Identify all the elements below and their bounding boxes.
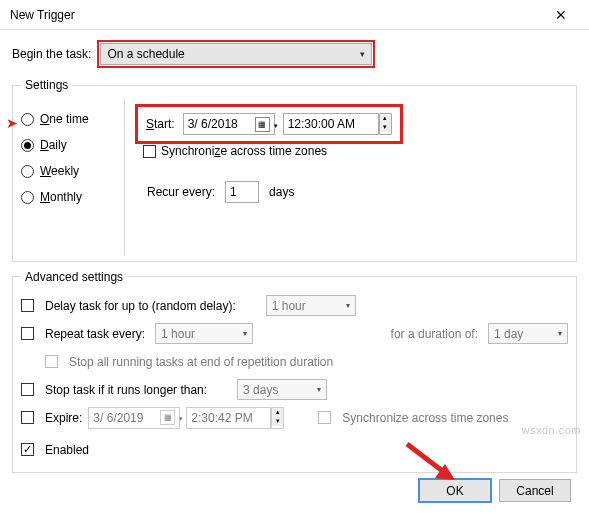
sync-timezone-checkbox[interactable] bbox=[143, 145, 156, 158]
start-time-field[interactable]: 12:30:00 AM bbox=[283, 113, 379, 135]
stop-all-checkbox[interactable] bbox=[45, 355, 58, 368]
repeat-select[interactable]: 1 hour▾ bbox=[155, 323, 253, 344]
radio-icon bbox=[21, 139, 34, 152]
radio-one-time[interactable]: One time bbox=[21, 106, 116, 132]
begin-task-label: Begin the task: bbox=[12, 47, 91, 61]
radio-icon bbox=[21, 191, 34, 204]
expire-label: Expire: bbox=[45, 411, 82, 425]
sync-timezone-label: Synchronize across time zones bbox=[161, 144, 327, 158]
calendar-icon: ▦ bbox=[255, 117, 270, 132]
chevron-down-icon: ▾ bbox=[317, 385, 321, 394]
window-title: New Trigger bbox=[10, 8, 541, 22]
settings-legend: Settings bbox=[21, 78, 72, 92]
ok-button[interactable]: OK bbox=[419, 479, 491, 502]
start-highlight: Start: 3/ 6/2018 ▦ 12:30:00 AM ▴▾ bbox=[135, 104, 403, 144]
recur-label: Recur every: bbox=[147, 185, 215, 199]
start-date-field[interactable]: 3/ 6/2018 ▦ bbox=[183, 113, 275, 135]
chevron-down-icon: ▾ bbox=[360, 49, 365, 59]
time-spinner[interactable]: ▴▾ bbox=[271, 407, 284, 429]
title-bar: New Trigger ✕ bbox=[0, 0, 589, 30]
delay-select[interactable]: 1 hour▾ bbox=[266, 295, 356, 316]
delay-label: Delay task for up to (random delay): bbox=[45, 299, 236, 313]
stop-all-label: Stop all running tasks at end of repetit… bbox=[69, 355, 333, 369]
settings-group: Settings One time Daily Weekly Monthly bbox=[12, 78, 577, 262]
start-label: Start: bbox=[146, 117, 175, 131]
calendar-icon: ▦ bbox=[160, 410, 175, 425]
radio-weekly[interactable]: Weekly bbox=[21, 158, 116, 184]
enabled-label: Enabled bbox=[45, 443, 89, 457]
stop-if-select[interactable]: 3 days▾ bbox=[237, 379, 327, 400]
expire-time-field[interactable]: 2:30:42 PM bbox=[186, 407, 271, 429]
expire-sync-label: Synchronize across time zones bbox=[342, 411, 508, 425]
radio-icon bbox=[21, 113, 34, 126]
begin-task-combo[interactable]: On a schedule ▾ bbox=[100, 43, 372, 65]
expire-date-field[interactable]: 3/ 6/2019 ▦ bbox=[88, 407, 180, 429]
advanced-group: Advanced settings Delay task for up to (… bbox=[12, 270, 577, 473]
duration-label: for a duration of: bbox=[391, 327, 478, 341]
recur-input[interactable]: 1 bbox=[225, 181, 259, 203]
stop-if-label: Stop task if it runs longer than: bbox=[45, 383, 207, 397]
close-button[interactable]: ✕ bbox=[541, 1, 581, 29]
time-spinner[interactable]: ▴▾ bbox=[379, 113, 392, 135]
cancel-button[interactable]: Cancel bbox=[499, 479, 571, 502]
enabled-checkbox[interactable] bbox=[21, 443, 34, 456]
radio-monthly[interactable]: Monthly bbox=[21, 184, 116, 210]
chevron-down-icon: ▾ bbox=[243, 329, 247, 338]
advanced-legend: Advanced settings bbox=[21, 270, 127, 284]
repeat-checkbox[interactable] bbox=[21, 327, 34, 340]
stop-if-checkbox[interactable] bbox=[21, 383, 34, 396]
radio-icon bbox=[21, 165, 34, 178]
chevron-down-icon: ▾ bbox=[558, 329, 562, 338]
radio-daily[interactable]: Daily bbox=[21, 132, 116, 158]
expire-checkbox[interactable] bbox=[21, 411, 34, 424]
chevron-down-icon: ▾ bbox=[346, 301, 350, 310]
delay-checkbox[interactable] bbox=[21, 299, 34, 312]
expire-sync-checkbox[interactable] bbox=[318, 411, 331, 424]
recur-unit: days bbox=[269, 185, 294, 199]
close-icon: ✕ bbox=[555, 7, 567, 23]
duration-select[interactable]: 1 day▾ bbox=[488, 323, 568, 344]
begin-task-value: On a schedule bbox=[107, 47, 184, 61]
repeat-label: Repeat task every: bbox=[45, 327, 145, 341]
